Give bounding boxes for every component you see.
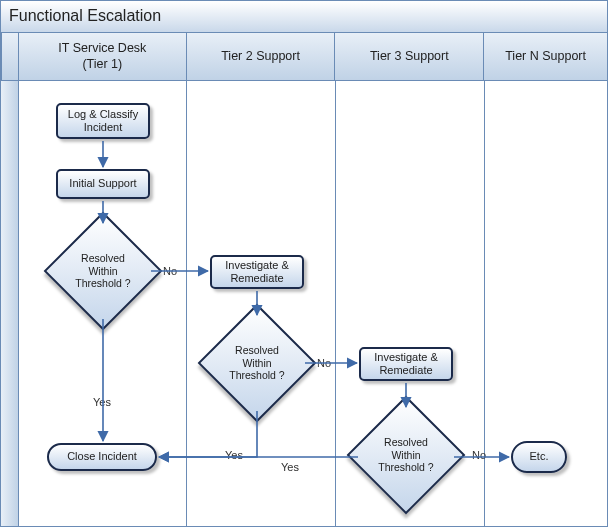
edge-label-t3-yes: Yes bbox=[281, 461, 299, 473]
swimlane-header-tier3: Tier 3 Support bbox=[335, 33, 484, 81]
node-close-incident: Close Incident bbox=[47, 443, 157, 471]
node-decision-t3-label: Resolved Within Threshold ? bbox=[364, 413, 448, 497]
edge-label-t2-no: No bbox=[317, 357, 331, 369]
node-decision-t2: Resolved Within Threshold ? bbox=[215, 321, 299, 405]
diagram-title: Functional Escalation bbox=[1, 1, 607, 33]
swimlane-body-tier2 bbox=[187, 81, 336, 526]
edge-label-t1-no: No bbox=[163, 265, 177, 277]
node-decision-t1-label: Resolved Within Threshold ? bbox=[61, 229, 145, 313]
node-decision-t2-label: Resolved Within Threshold ? bbox=[215, 321, 299, 405]
node-investigate-t3: Investigate & Remediate bbox=[359, 347, 453, 381]
edge-label-t1-yes: Yes bbox=[93, 396, 111, 408]
node-investigate-t2: Investigate & Remediate bbox=[210, 255, 304, 289]
node-initial-support: Initial Support bbox=[56, 169, 150, 199]
edge-label-t2-yes: Yes bbox=[225, 449, 243, 461]
node-log-classify: Log & Classify Incident bbox=[56, 103, 150, 139]
diagram-canvas: Functional Escalation IT Service Desk(Ti… bbox=[0, 0, 608, 527]
edge-label-t3-no: No bbox=[472, 449, 486, 461]
swimlane-side-band bbox=[1, 81, 19, 526]
swimlane-header-tier1: IT Service Desk(Tier 1) bbox=[19, 33, 187, 81]
swimlane-header-tier2: Tier 2 Support bbox=[187, 33, 336, 81]
node-decision-t1: Resolved Within Threshold ? bbox=[61, 229, 145, 313]
node-etc: Etc. bbox=[511, 441, 567, 473]
swimlane-corner bbox=[1, 33, 19, 81]
node-decision-t3: Resolved Within Threshold ? bbox=[364, 413, 448, 497]
swimlane-header-tierN: Tier N Support bbox=[484, 33, 607, 81]
swimlane-header-row: IT Service Desk(Tier 1) Tier 2 Support T… bbox=[1, 33, 607, 81]
